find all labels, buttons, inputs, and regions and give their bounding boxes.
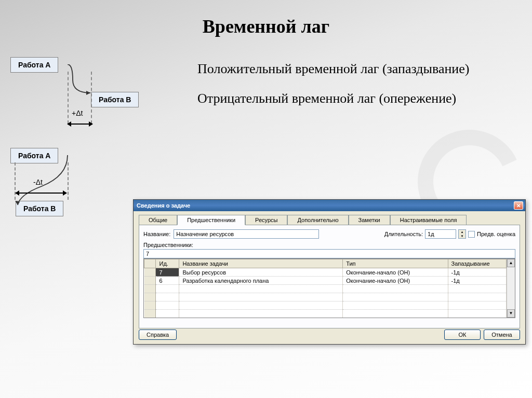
col-name[interactable]: Название задачи: [179, 259, 343, 268]
duration-spinner[interactable]: ▲▼: [458, 229, 466, 239]
slide-title: Временной лаг: [0, 0, 532, 37]
estimate-label: Предв. оценка: [477, 231, 515, 237]
cell-lag[interactable]: [448, 285, 506, 293]
predecessors-grid: Ид. Название задачи Тип Запаздывание 7Вы…: [143, 258, 515, 318]
delta-label: +Δt: [72, 109, 83, 117]
cell-id[interactable]: [156, 285, 179, 293]
cell-name[interactable]: [179, 285, 343, 293]
help-button[interactable]: Справка: [139, 330, 177, 340]
col-id[interactable]: Ид.: [156, 259, 179, 268]
cell-name[interactable]: [179, 310, 343, 318]
cell-name[interactable]: Разработка календарного плана: [179, 277, 343, 285]
row-header: [144, 293, 156, 301]
predecessors-label: Предшественники:: [143, 242, 515, 248]
content-text: Положительный временной лаг (запаздывани…: [197, 60, 469, 119]
cell-id[interactable]: 7: [156, 268, 179, 277]
positive-lag-text: Положительный временной лаг (запаздывани…: [197, 60, 469, 78]
cell-name[interactable]: Выбор ресурсов: [179, 268, 343, 277]
scroll-up-icon[interactable]: ▲: [507, 259, 515, 267]
tab-strip: Общие Предшественники Ресурсы Дополнител…: [134, 211, 525, 225]
predecessors-table: Ид. Название задачи Тип Запаздывание 7Вы…: [144, 259, 507, 318]
cell-type[interactable]: [343, 285, 448, 293]
close-button[interactable]: ✕: [514, 201, 523, 210]
cell-lag[interactable]: [448, 310, 506, 318]
delta-arrows: [68, 120, 92, 128]
duration-label: Длительность:: [384, 231, 423, 237]
tab-predecessors[interactable]: Предшественники: [177, 215, 245, 225]
predecessor-edit-input[interactable]: [143, 249, 515, 258]
diagram-positive-lag: Работа А Работа В +Δt: [10, 57, 187, 135]
tab-general[interactable]: Общие: [139, 215, 177, 225]
delta-label: -Δt: [33, 178, 43, 186]
work-a-box: Работа А: [10, 57, 58, 73]
cell-lag[interactable]: [448, 293, 506, 301]
cell-id[interactable]: 6: [156, 277, 179, 285]
curve-arrow: [68, 64, 92, 98]
cancel-button[interactable]: Отмена: [484, 330, 520, 340]
row-header-blank: [144, 259, 156, 268]
cell-id[interactable]: [156, 301, 179, 310]
name-label: Название:: [143, 231, 170, 237]
cell-type[interactable]: [343, 301, 448, 310]
tab-notes[interactable]: Заметки: [349, 215, 390, 225]
col-lag[interactable]: Запаздывание: [448, 259, 506, 268]
row-header: [144, 301, 156, 310]
col-type[interactable]: Тип: [343, 259, 448, 268]
delta-arrows: [16, 189, 66, 197]
table-row[interactable]: [144, 301, 507, 310]
cell-lag[interactable]: [448, 301, 506, 310]
row-header: [144, 277, 156, 285]
task-info-dialog: Сведения о задаче ✕ Общие Предшественник…: [133, 199, 526, 345]
cell-name[interactable]: [179, 293, 343, 301]
table-row[interactable]: 7Выбор ресурсовОкончание-начало (ОН)-1д: [144, 268, 507, 277]
table-row[interactable]: [144, 293, 507, 301]
cell-id[interactable]: [156, 310, 179, 318]
row-header: [144, 285, 156, 293]
table-row[interactable]: 6Разработка календарного планаОкончание-…: [144, 277, 507, 285]
cell-type[interactable]: Окончание-начало (ОН): [343, 268, 448, 277]
row-header: [144, 268, 156, 277]
tab-custom-fields[interactable]: Настраиваемые поля: [390, 215, 467, 225]
tab-advanced[interactable]: Дополнительно: [287, 215, 348, 225]
titlebar: Сведения о задаче ✕: [134, 200, 525, 211]
scroll-down-icon[interactable]: ▼: [507, 309, 515, 318]
cell-name[interactable]: [179, 301, 343, 310]
row-header: [144, 310, 156, 318]
name-input[interactable]: [174, 229, 319, 239]
tab-resources[interactable]: Ресурсы: [245, 215, 287, 225]
negative-lag-text: Отрицательный временной лаг (опережение): [197, 89, 469, 107]
work-b-box: Работа В: [91, 92, 139, 107]
scroll-track[interactable]: [507, 267, 515, 309]
cell-type[interactable]: Окончание-начало (ОН): [343, 277, 448, 285]
cell-type[interactable]: [343, 293, 448, 301]
estimate-checkbox[interactable]: [468, 231, 475, 238]
cell-lag[interactable]: -1д: [448, 277, 506, 285]
grid-scrollbar[interactable]: ▲ ▼: [507, 259, 515, 318]
cell-type[interactable]: [343, 310, 448, 318]
dialog-title: Сведения о задаче: [137, 202, 190, 209]
cell-id[interactable]: [156, 293, 179, 301]
tab-content: Название: Длительность: ▲▼ Предв. оценка…: [139, 225, 520, 328]
cell-lag[interactable]: -1д: [448, 268, 506, 277]
table-row[interactable]: [144, 310, 507, 318]
ok-button[interactable]: ОК: [444, 330, 481, 340]
table-row[interactable]: [144, 285, 507, 293]
duration-input[interactable]: [425, 229, 456, 239]
diagram-negative-lag: Работа А Работа В -Δt: [10, 148, 135, 231]
